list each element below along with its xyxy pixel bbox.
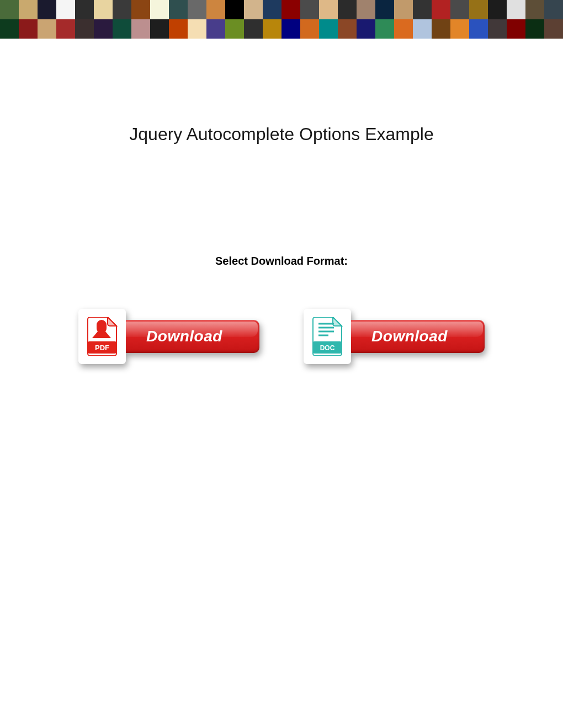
download-pdf-button[interactable]: Download — [116, 320, 259, 353]
download-option-pdf: PDF Download — [78, 309, 259, 364]
download-format-heading: Select Download Format: — [0, 255, 563, 267]
doc-label-text: DOC — [320, 344, 335, 352]
page-title: Jquery Autocomplete Options Example — [0, 124, 563, 144]
pdf-label-text: PDF — [95, 344, 109, 352]
download-doc-button[interactable]: Download — [341, 320, 485, 353]
doc-file-icon: DOC — [304, 309, 351, 364]
download-options-row: PDF Download DOC Download — [0, 309, 563, 364]
download-option-doc: DOC Download — [304, 309, 485, 364]
pdf-file-icon: PDF — [78, 309, 126, 364]
header-collage-banner — [0, 0, 563, 39]
